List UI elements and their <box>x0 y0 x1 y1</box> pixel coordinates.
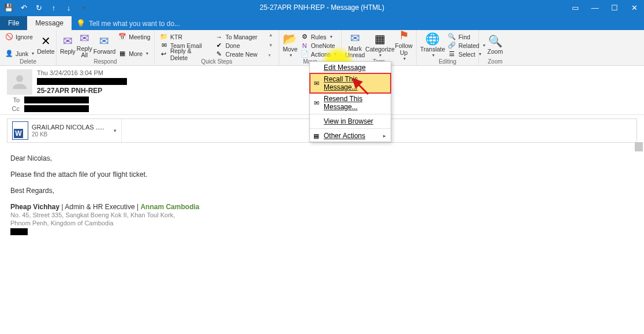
find-icon: 🔍 <box>448 33 456 41</box>
word-doc-icon <box>12 121 28 140</box>
header-scrollbar[interactable] <box>635 142 643 151</box>
actions-dropdown: Edit Message ✉Recall This Message... ✉Re… <box>309 61 391 142</box>
message-date: Thu 3/24/2016 3:04 PM <box>37 69 127 76</box>
menu-edit-message[interactable]: Edit Message <box>310 62 391 73</box>
forward-button[interactable]: ✉Forward <box>93 31 116 58</box>
body-regards: Best Regards, <box>10 187 634 195</box>
menu-view-browser[interactable]: View in Browser <box>310 116 391 127</box>
redo-icon[interactable]: ↻ <box>33 2 44 13</box>
qs-ktr[interactable]: 📁KTR <box>158 32 212 41</box>
delete-button[interactable]: ✕Delete <box>37 31 54 58</box>
sig-addr2: Phnom Penh, Kingdom of Cambodia <box>10 219 634 227</box>
mark-unread-button[interactable]: ✉Mark Unread <box>345 31 365 58</box>
move-button[interactable]: 📂Move <box>283 31 298 58</box>
menu-recall-message[interactable]: ✉Recall This Message... <box>310 73 391 93</box>
ribbon-display-icon[interactable]: ▭ <box>566 0 585 15</box>
team-icon: ✉ <box>160 42 168 50</box>
qs-create-new[interactable]: ✎Create New <box>214 50 268 58</box>
tell-me-placeholder: Tell me what you want to do... <box>89 20 180 28</box>
attachment-item[interactable]: GRAILARD NICOLAS ..... 20 KB ▾ <box>8 119 122 142</box>
forward-icon: ✉ <box>99 35 109 47</box>
sig-phone: xxxx <box>10 228 28 235</box>
menu-separator <box>310 114 391 114</box>
more-icon: ▦ <box>118 50 126 58</box>
junk-button[interactable]: 👤Junk <box>3 49 36 58</box>
tab-file[interactable]: File <box>0 16 27 30</box>
save-icon[interactable]: 💾 <box>3 2 14 13</box>
sig-name: Pheap Vichhay <box>10 203 59 211</box>
folder-icon: 📁 <box>160 33 168 41</box>
group-label-zoom: Zoom <box>479 58 511 65</box>
reply-icon: ✉ <box>63 35 73 47</box>
qat-more-icon[interactable] <box>78 2 89 13</box>
undo-icon[interactable]: ↶ <box>18 2 29 13</box>
zoom-button[interactable]: 🔍Zoom <box>482 31 508 58</box>
reply-all-icon: ✉ <box>80 32 89 44</box>
svg-point-1 <box>16 75 23 82</box>
translate-icon: 🌐 <box>425 32 440 45</box>
create-new-icon: ✎ <box>215 50 223 58</box>
bulb-icon: 💡 <box>76 19 85 28</box>
group-label-editing: Editing <box>417 58 478 65</box>
reply-delete-icon: ↩ <box>160 50 168 58</box>
categorize-button[interactable]: ▦Categorize <box>366 31 394 58</box>
ignore-button[interactable]: 🚫Ignore <box>3 32 36 41</box>
manager-icon: → <box>215 33 223 41</box>
select-icon: ☰ <box>448 50 456 58</box>
other-icon: ▦ <box>312 132 320 140</box>
sig-addr1: No. 45, Street 335, Sangkat Boeng Kok II… <box>10 211 634 219</box>
sender-avatar <box>7 69 32 95</box>
group-label-delete: Delete <box>0 58 56 65</box>
onenote-button[interactable]: NOneNote <box>299 41 338 50</box>
attachment-name: GRAILARD NICOLAS ..... <box>32 124 104 131</box>
delete-icon: ✕ <box>41 35 51 47</box>
tell-me-input[interactable]: 💡 Tell me what you want to do... <box>72 17 185 30</box>
message-subject: 25-27APR PNH-REP <box>37 87 127 95</box>
mail-icon: ✉ <box>350 32 360 44</box>
reply-all-button[interactable]: ✉Reply All <box>77 31 92 58</box>
zoom-icon: 🔍 <box>488 35 503 47</box>
to-label: To <box>7 97 20 103</box>
reply-button[interactable]: ✉Reply <box>60 31 76 58</box>
from-address: user1 <user1@example.com> <box>37 78 127 85</box>
prev-icon[interactable]: ↑ <box>48 2 59 13</box>
qs-expand-icon[interactable]: ▾ <box>268 53 275 58</box>
sig-company: Annam Cambodia <box>140 203 199 211</box>
chevron-right-icon: ▸ <box>383 133 386 139</box>
qs-done[interactable]: ✔Done <box>214 41 268 50</box>
rules-button[interactable]: ⚙Rules <box>299 32 338 41</box>
attachment-dropdown-icon[interactable]: ▾ <box>114 128 117 133</box>
more-respond-button[interactable]: ▦More <box>117 49 152 58</box>
qs-to-manager[interactable]: →To Manager <box>214 32 268 41</box>
minimize-icon[interactable]: — <box>585 0 605 15</box>
meeting-button[interactable]: 📅Meeting <box>117 32 152 41</box>
flag-icon: ⚑ <box>399 29 409 42</box>
menu-resend-message[interactable]: ✉Resend This Message... <box>310 93 391 113</box>
rules-icon: ⚙ <box>301 33 309 41</box>
next-icon[interactable]: ↓ <box>63 2 74 13</box>
qs-down-icon[interactable]: ▼ <box>268 43 275 48</box>
actions-icon: 📄 <box>301 50 309 58</box>
qs-reply-delete[interactable]: ↩Reply & Delete <box>158 50 212 58</box>
edit-icon <box>312 64 320 72</box>
recall-icon: ✉ <box>312 79 320 87</box>
done-icon: ✔ <box>215 42 223 50</box>
tab-message[interactable]: Message <box>27 16 72 30</box>
translate-button[interactable]: 🌐Translate <box>420 31 445 58</box>
menu-separator <box>310 128 391 129</box>
menu-other-actions[interactable]: ▦Other Actions▸ <box>310 130 391 142</box>
close-icon[interactable]: ✕ <box>624 0 644 15</box>
cc-address: user1@example.com <box>24 105 89 112</box>
resend-icon: ✉ <box>312 99 320 107</box>
body-line1: Please find the attach file of your flig… <box>10 170 634 179</box>
window-title: 25-27APR PNH-REP - Message (HTML) <box>260 3 384 12</box>
onenote-icon: N <box>301 42 309 50</box>
maximize-icon[interactable]: ☐ <box>605 0 624 15</box>
move-icon: 📂 <box>283 32 297 45</box>
actions-button[interactable]: 📄Actions <box>299 50 338 58</box>
meeting-icon: 📅 <box>118 33 126 41</box>
qs-up-icon[interactable]: ▲ <box>268 32 275 38</box>
group-label-quicksteps: Quick Steps <box>155 58 279 65</box>
related-icon: 🔗 <box>448 42 456 50</box>
follow-up-button[interactable]: ⚑Follow Up <box>395 31 413 58</box>
